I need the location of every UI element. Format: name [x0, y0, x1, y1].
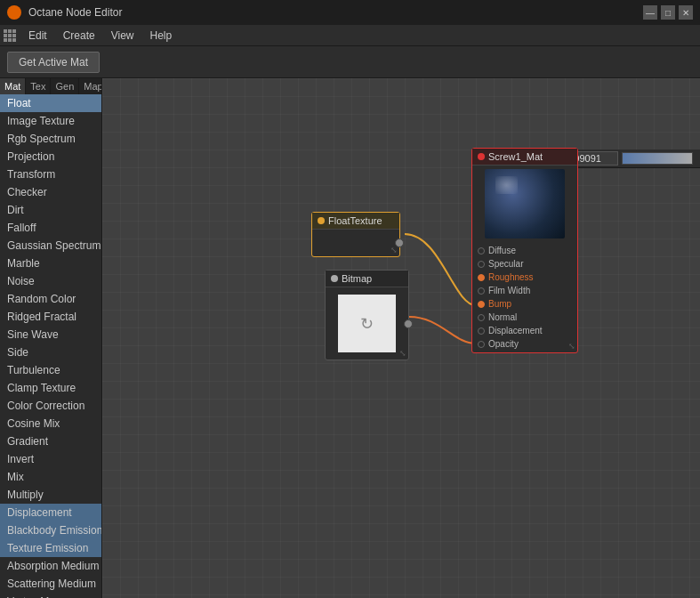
- bitmap-output-port[interactable]: [404, 319, 413, 328]
- mat-port-roughness: Roughness: [472, 271, 577, 284]
- sidebar-item-displacement[interactable]: Displacement: [0, 504, 101, 521]
- float-texture-node-header: FloatTexture: [312, 213, 399, 230]
- sidebar-item-image-texture[interactable]: Image Texture: [0, 112, 101, 130]
- sidebar-item-mix[interactable]: Mix: [0, 468, 101, 486]
- sidebar-item-blackbody-emission[interactable]: Blackbody Emission: [0, 521, 101, 539]
- film-width-label: Film Width: [488, 286, 530, 295]
- float-texture-node[interactable]: FloatTexture ⤡: [311, 212, 400, 257]
- displacement-label: Displacement: [488, 326, 543, 335]
- sidebar-item-vertex-map[interactable]: Vertex Map: [0, 593, 101, 598]
- float-texture-body: [312, 230, 399, 256]
- toolbar: Get Active Mat: [0, 46, 700, 78]
- mat-port-normal: Normal: [472, 311, 577, 324]
- tab-mat[interactable]: Mat: [0, 78, 26, 94]
- float-texture-dot: [318, 217, 325, 224]
- material-preview: [485, 169, 565, 238]
- sidebar-item-marble[interactable]: Marble: [0, 255, 101, 272]
- normal-label: Normal: [488, 312, 517, 322]
- tab-gen[interactable]: Gen: [51, 78, 79, 94]
- tab-tex[interactable]: Tex: [26, 78, 51, 94]
- app-icon: [7, 5, 21, 20]
- mat-port-film-width: Film Width: [472, 284, 577, 297]
- opacity-label: Opacity: [488, 339, 519, 349]
- sidebar-item-ridged-fractal[interactable]: Ridged Fractal: [0, 308, 101, 326]
- sidebar-item-scattering-medium[interactable]: Scattering Medium: [0, 575, 101, 593]
- window-title: Octane Node Editor: [28, 6, 636, 19]
- specular-port-dot[interactable]: [478, 261, 485, 268]
- specular-label: Specular: [488, 259, 523, 269]
- sidebar-item-dirt[interactable]: Dirt: [0, 201, 101, 219]
- bitmap-preview: ↻: [338, 295, 396, 352]
- material-preview-shine: [495, 176, 518, 194]
- sidebar-item-clamp-texture[interactable]: Clamp Texture: [0, 379, 101, 397]
- menu-help[interactable]: Help: [143, 28, 180, 44]
- sidebar-item-texture-emission[interactable]: Texture Emission: [0, 539, 101, 557]
- bitmap-expand-icon[interactable]: ⤡: [399, 349, 406, 358]
- grid-menu-icon: [4, 29, 16, 42]
- mat-port-specular: Specular: [472, 257, 577, 271]
- sidebar-item-color-correction[interactable]: Color Correction: [0, 397, 101, 415]
- sidebar-item-falloff[interactable]: Falloff: [0, 219, 101, 237]
- sidebar-item-float[interactable]: Float: [0, 94, 101, 112]
- bitmap-dot: [331, 275, 338, 282]
- bitmap-title: Bitmap: [342, 273, 372, 284]
- sidebar-item-rgb-spectrum[interactable]: Rgb Spectrum: [0, 130, 101, 148]
- bump-port-dot[interactable]: [478, 301, 485, 308]
- maximize-button[interactable]: □: [661, 5, 675, 20]
- sidebar-list: Float Image Texture Rgb Spectrum Project…: [0, 94, 101, 598]
- menu-bar: Edit Create View Help: [0, 25, 700, 46]
- bitmap-node-header: Bitmap: [326, 271, 408, 287]
- sidebar-item-noise[interactable]: Noise: [0, 272, 101, 290]
- sidebar-item-side[interactable]: Side: [0, 343, 101, 361]
- bitmap-body: ↻: [326, 287, 408, 360]
- material-dot: [478, 153, 485, 160]
- material-expand-icon[interactable]: ⤡: [568, 342, 575, 351]
- material-title: Screw1_Mat: [488, 151, 543, 162]
- mat-port-opacity: Opacity: [472, 337, 577, 351]
- sidebar: Mat Tex Gen Map Oth Ems Med C4D Float Im…: [0, 78, 102, 598]
- sidebar-item-turbulence[interactable]: Turbulence: [0, 361, 101, 379]
- diffuse-label: Diffuse: [488, 246, 516, 255]
- float-texture-expand-icon[interactable]: ⤡: [390, 246, 398, 255]
- sidebar-item-random-color[interactable]: Random Color: [0, 290, 101, 308]
- material-node-header: Screw1_Mat: [472, 149, 577, 166]
- opacity-port-dot[interactable]: [478, 341, 485, 348]
- sidebar-item-gaussian-spectrum[interactable]: Gaussian Spectrum: [0, 237, 101, 255]
- mat-port-displacement: Displacement: [472, 324, 577, 337]
- sidebar-item-transform[interactable]: Transform: [0, 166, 101, 183]
- sidebar-item-checker[interactable]: Checker: [0, 183, 101, 201]
- bitmap-node[interactable]: Bitmap ↻ ⤡: [325, 270, 409, 360]
- float-texture-title: FloatTexture: [328, 215, 382, 226]
- film-width-port-dot[interactable]: [478, 287, 485, 295]
- menu-edit[interactable]: Edit: [21, 28, 54, 44]
- sidebar-item-multiply[interactable]: Multiply: [0, 486, 101, 504]
- close-button[interactable]: ✕: [679, 5, 693, 20]
- sidebar-item-absorption-medium[interactable]: Absorption Medium: [0, 557, 101, 575]
- mat-port-diffuse: Diffuse: [472, 244, 577, 257]
- minimize-button[interactable]: —: [643, 5, 657, 20]
- get-active-mat-button[interactable]: Get Active Mat: [7, 52, 100, 73]
- mat-port-bump: Bump: [472, 297, 577, 311]
- material-ports: Diffuse Specular Roughness Film Width Bu…: [472, 242, 577, 352]
- menu-create[interactable]: Create: [56, 28, 102, 44]
- window-controls: — □ ✕: [643, 5, 693, 20]
- sidebar-item-projection[interactable]: Projection: [0, 148, 101, 166]
- sidebar-item-gradient[interactable]: Gradient: [0, 432, 101, 450]
- menu-view[interactable]: View: [104, 28, 141, 44]
- tab-map[interactable]: Map: [79, 78, 102, 94]
- node-canvas[interactable]: ● float FloatTexture ⤡: [102, 78, 700, 598]
- tab-bar: Mat Tex Gen Map Oth Ems Med C4D: [0, 78, 101, 94]
- sidebar-item-sine-wave[interactable]: Sine Wave: [0, 326, 101, 343]
- sidebar-item-cosine-mix[interactable]: Cosine Mix: [0, 415, 101, 432]
- float-bar: [622, 152, 693, 165]
- bump-label: Bump: [488, 299, 511, 309]
- roughness-port-dot[interactable]: [478, 274, 485, 281]
- bitmap-preview-icon: ↻: [360, 314, 374, 334]
- diffuse-port-dot[interactable]: [478, 247, 485, 255]
- sidebar-item-invert[interactable]: Invert: [0, 450, 101, 468]
- normal-port-dot[interactable]: [478, 314, 485, 321]
- material-node[interactable]: Screw1_Mat Diffuse Specular Roughness: [471, 148, 578, 353]
- title-bar: Octane Node Editor — □ ✕: [0, 0, 700, 25]
- roughness-label: Roughness: [488, 272, 534, 282]
- displacement-port-dot[interactable]: [478, 327, 485, 335]
